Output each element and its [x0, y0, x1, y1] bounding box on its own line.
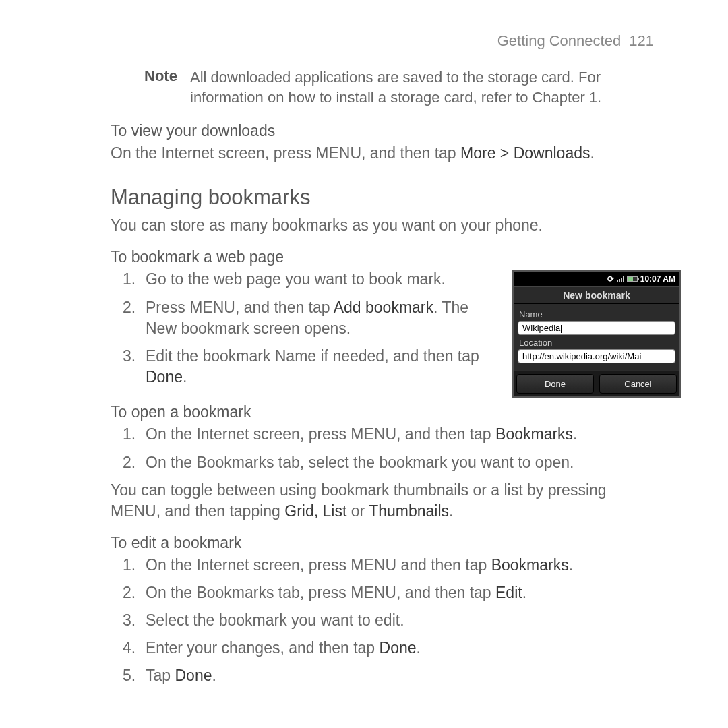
text: On the Internet screen, press MENU, and … — [111, 144, 460, 162]
location-label: Location — [519, 338, 675, 348]
text-bold: Done — [380, 639, 417, 657]
text: . — [573, 425, 577, 443]
text-bold: Grid, List — [284, 502, 346, 520]
list-item: Enter your changes, and then tap Done. — [146, 638, 654, 659]
phone-dialog-body: Name Wikipedia Location http://en.wikipe… — [514, 304, 679, 371]
text-bold: Add bookmark — [334, 299, 433, 316]
text: . — [590, 144, 594, 162]
text-bold: Bookmarks — [491, 556, 569, 574]
list-item: Go to the web page you want to book mark… — [146, 269, 496, 290]
phone-dialog-title: New bookmark — [514, 286, 679, 304]
phone-buttons: Done Cancel — [514, 371, 679, 396]
text: . — [449, 502, 453, 520]
text: . — [569, 556, 573, 574]
note-label: Note — [144, 67, 190, 107]
phone-statusbar: ⟳ 10:07 AM — [514, 272, 679, 286]
text: Press MENU, and then tap — [146, 299, 334, 316]
page-header: Getting Connected 121 — [111, 32, 654, 50]
text: On the Internet screen, press MENU, and … — [146, 425, 495, 443]
text: Tap — [146, 667, 175, 684]
list-item: On the Bookmarks tab, select the bookmar… — [146, 452, 654, 473]
downloads-heading: To view your downloads — [111, 122, 654, 140]
phone-screenshot: ⟳ 10:07 AM New bookmark Name Wikipedia L… — [512, 270, 681, 398]
text-bold: Done — [175, 667, 212, 684]
text: Edit the bookmark Name if needed, and th… — [146, 347, 479, 365]
list-item: On the Internet screen, press MENU and t… — [146, 555, 654, 576]
note-text: All downloaded applications are saved to… — [190, 67, 654, 107]
text: On the Internet screen, press MENU and t… — [146, 556, 491, 574]
page-number: 121 — [629, 32, 654, 49]
list-item: Edit the bookmark Name if needed, and th… — [146, 346, 496, 388]
text-bold: Done — [146, 368, 183, 386]
bookmark-name-field[interactable]: Wikipedia — [518, 321, 675, 335]
add-bookmark-row: Go to the web page you want to book mark… — [111, 269, 654, 398]
text: . — [417, 639, 421, 657]
text: or — [346, 502, 369, 520]
note-block: Note All downloaded applications are sav… — [111, 67, 654, 107]
list-item: On the Bookmarks tab, press MENU, and th… — [146, 582, 654, 603]
done-button[interactable]: Done — [516, 374, 594, 394]
add-bookmark-heading: To bookmark a web page — [111, 248, 654, 266]
text-bold: Thumbnails — [369, 502, 449, 520]
list-item: Tap Done. — [146, 665, 654, 686]
add-bookmark-steps: Go to the web page you want to book mark… — [111, 269, 496, 394]
open-bookmark-heading: To open a bookmark — [111, 403, 654, 421]
text: . — [183, 368, 187, 386]
bookmark-location-field[interactable]: http://en.wikipedia.org/wiki/Mai — [518, 349, 675, 363]
status-time: 10:07 AM — [640, 274, 675, 284]
section-intro: You can store as many bookmarks as you w… — [111, 215, 654, 236]
text: Enter your changes, and then tap — [146, 639, 380, 657]
battery-icon — [627, 276, 638, 282]
signal-icon — [617, 276, 624, 282]
section-heading: Managing bookmarks — [111, 185, 654, 210]
sync-icon: ⟳ — [607, 274, 614, 284]
downloads-body: On the Internet screen, press MENU, and … — [111, 143, 654, 164]
name-label: Name — [519, 309, 675, 320]
text-bold: Edit — [495, 584, 522, 601]
list-item: On the Internet screen, press MENU, and … — [146, 424, 654, 445]
text-bold: Bookmarks — [495, 425, 573, 443]
document-page: Getting Connected 121 Note All downloade… — [0, 0, 728, 720]
text: . — [212, 667, 216, 684]
edit-bookmark-heading: To edit a bookmark — [111, 534, 654, 552]
list-item: Press MENU, and then tap Add bookmark. T… — [146, 297, 496, 339]
text: On the Bookmarks tab, press MENU, and th… — [146, 584, 495, 601]
chapter-title: Getting Connected — [497, 32, 621, 49]
cancel-button[interactable]: Cancel — [599, 374, 677, 394]
text: . — [522, 584, 526, 601]
toggle-note: You can toggle between using bookmark th… — [111, 480, 654, 522]
list-item: Select the bookmark you want to edit. — [146, 610, 654, 631]
text-bold: More > Downloads — [460, 144, 590, 162]
